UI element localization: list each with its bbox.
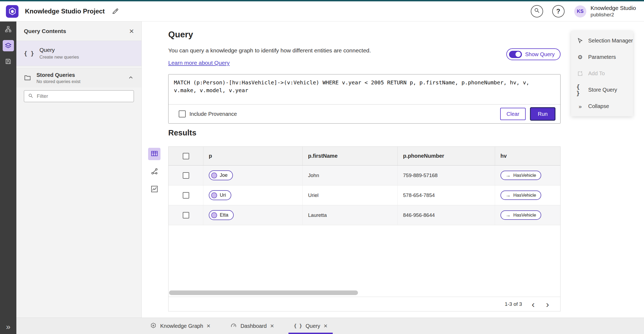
node-pill[interactable]: Joe [209, 170, 233, 180]
page-description: You can query a knowledge graph to ident… [168, 47, 371, 54]
project-title: Knowledge Studio Project [25, 8, 105, 15]
braces-icon: { } [576, 84, 584, 96]
cell-phone: 759-889-57168 [398, 166, 495, 185]
chart-view-button[interactable] [148, 183, 160, 196]
results-view-toolbar [148, 148, 161, 196]
query-workspace: Query You can query a knowledge graph to… [142, 21, 644, 318]
pencil-icon [112, 7, 119, 16]
chevron-right-icon: › [546, 299, 549, 309]
edit-project-title-button[interactable] [112, 7, 119, 16]
help-button[interactable]: ? [552, 5, 565, 17]
table-row: Joe John 759-889-57168 → HasVehicle [169, 166, 560, 185]
cell-first-name: John [303, 166, 398, 185]
filter-search-icon [28, 93, 34, 100]
toggle-switch-icon [509, 51, 522, 58]
node-icon [211, 212, 217, 218]
column-header-p[interactable]: p [203, 147, 303, 165]
node-label: Etta [220, 212, 228, 218]
tab-close-button[interactable]: × [270, 323, 274, 329]
column-header-firstname[interactable]: p.firstName [303, 147, 398, 165]
filter-input[interactable] [37, 93, 130, 99]
row-checkbox[interactable] [183, 172, 189, 179]
arrow-right-icon: → [506, 173, 511, 178]
store-query-item[interactable]: { } Store Query [571, 82, 633, 98]
add-to-icon [576, 70, 584, 77]
run-button[interactable]: Run [530, 107, 555, 121]
node-icon [211, 173, 217, 178]
include-provenance-checkbox[interactable] [179, 110, 186, 117]
rail-save-button[interactable] [0, 54, 16, 70]
tab-query[interactable]: { } Query × [288, 318, 333, 334]
column-header-phonenumber[interactable]: p.phoneNumber [398, 147, 495, 165]
tab-dashboard[interactable]: Dashboard × [225, 318, 279, 334]
table-row: Uri Uriel 578-654-7854 → HasVehicle [169, 185, 560, 205]
braces-icon: { } [294, 323, 302, 329]
clear-button[interactable]: Clear [500, 108, 526, 120]
arrow-right-icon: → [506, 212, 511, 218]
user-name: Knowledge Studio [591, 5, 636, 12]
chevron-up-icon [128, 75, 134, 82]
chevrons-right-icon: » [576, 103, 584, 110]
rail-query-contents-button[interactable] [0, 38, 16, 54]
page-title: Query [168, 30, 193, 39]
query-editor-footer: Include Provenance Clear Run [169, 104, 560, 123]
edge-label: HasVehicle [513, 213, 536, 218]
row-checkbox[interactable] [183, 212, 189, 218]
search-button[interactable] [531, 5, 543, 17]
node-label: Joe [220, 173, 228, 178]
tab-close-button[interactable]: × [207, 323, 210, 329]
hierarchy-icon [5, 26, 12, 34]
select-all-checkbox[interactable] [183, 153, 189, 159]
tab-close-button[interactable]: × [324, 323, 327, 329]
row-checkbox[interactable] [183, 192, 189, 199]
user-info: Knowledge Studio publisher2 [591, 5, 636, 18]
chevron-left-icon: ‹ [532, 299, 535, 309]
edge-label: HasVehicle [513, 193, 536, 198]
query-item-title: Query [39, 47, 79, 53]
node-pill[interactable]: Uri [209, 190, 231, 200]
sidebar-close-button[interactable]: × [129, 27, 134, 35]
stored-queries-collapse-button[interactable] [128, 75, 134, 82]
query-contents-sidebar: Query Contents × { } Query Create new qu… [16, 21, 142, 318]
results-table: p p.firstName p.phoneNumber hv Joe John … [168, 146, 561, 311]
stored-queries-title: Stored Queries [36, 72, 80, 78]
braces-icon: { } [24, 50, 34, 57]
graph-view-icon [151, 167, 158, 176]
previous-page-button[interactable]: ‹ [530, 300, 536, 309]
horizontal-scrollbar[interactable] [169, 290, 358, 295]
node-pill[interactable]: Etta [209, 210, 234, 220]
next-page-button[interactable]: › [544, 300, 551, 309]
sidebar-item-query[interactable]: { } Query Create new queries [16, 41, 141, 66]
sidebar-stored-queries-header[interactable]: Stored Queries No stored queries exist [16, 68, 141, 88]
show-query-toggle[interactable]: Show Query [506, 48, 561, 60]
results-title: Results [168, 128, 196, 137]
edge-pill[interactable]: → HasVehicle [500, 210, 541, 220]
graph-view-button[interactable] [148, 166, 160, 178]
include-provenance-label: Include Provenance [189, 111, 237, 117]
collapse-panel-item[interactable]: » Collapse [571, 98, 633, 114]
knowledge-graph-icon [150, 322, 157, 330]
arrow-right-icon: → [506, 192, 511, 198]
rail-expand-button[interactable]: » [0, 322, 16, 331]
search-icon [534, 7, 540, 15]
table-view-button[interactable] [148, 148, 160, 160]
tab-knowledge-graph[interactable]: Knowledge Graph × [145, 318, 216, 334]
cell-phone: 846-956-8644 [398, 205, 495, 225]
help-icon: ? [556, 8, 560, 15]
user-avatar[interactable]: KS [574, 5, 586, 17]
node-label: Uri [220, 192, 226, 198]
close-icon: × [129, 27, 134, 35]
chart-view-icon [151, 185, 158, 194]
layers-icon [3, 40, 14, 51]
selection-manager-item[interactable]: Selection Manager [571, 33, 633, 49]
edge-pill[interactable]: → HasVehicle [500, 171, 541, 180]
stored-queries-text: Stored Queries No stored queries exist [36, 72, 80, 84]
parameters-item[interactable]: ⚙ Parameters [571, 49, 633, 65]
rail-hierarchy-button[interactable] [0, 21, 16, 38]
edge-pill[interactable]: → HasVehicle [500, 191, 541, 200]
learn-more-link[interactable]: Learn more about Query [168, 60, 230, 66]
cell-first-name: Uriel [303, 185, 398, 205]
query-text-input[interactable]: MATCH (p:Person)-[hv:HasVehicle]->(v:Veh… [169, 74, 560, 104]
selection-manager-icon [576, 38, 584, 44]
column-header-hv[interactable]: hv [495, 147, 560, 165]
